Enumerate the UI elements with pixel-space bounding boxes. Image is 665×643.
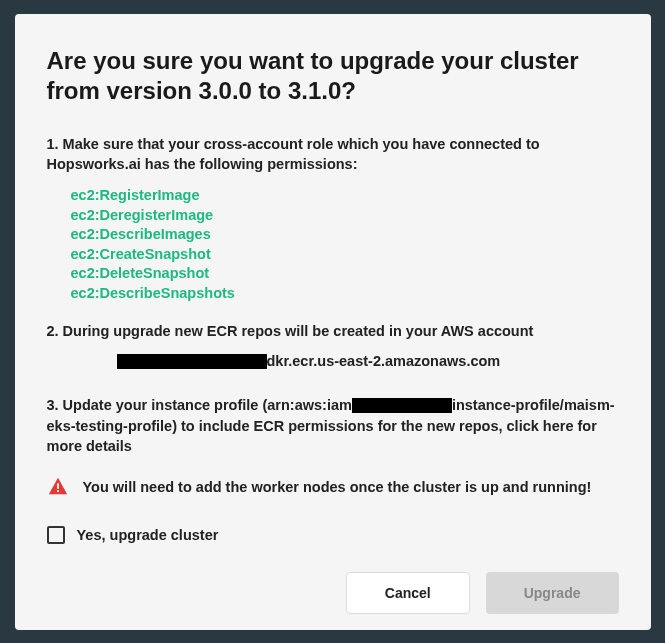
button-row: Cancel Upgrade [47, 572, 619, 614]
step-1-text: 1. Make sure that your cross-account rol… [47, 134, 619, 175]
step-3-part-a: 3. Update your instance profile (arn:aws… [47, 397, 352, 413]
redacted-account-id [117, 354, 267, 369]
permission-item: ec2:DescribeSnapshots [71, 284, 619, 304]
step-2-text: 2. During upgrade new ECR repos will be … [47, 323, 619, 339]
svg-rect-1 [57, 491, 59, 493]
confirm-checkbox-label: Yes, upgrade cluster [77, 527, 219, 543]
permission-item: ec2:DeregisterImage [71, 206, 619, 226]
permission-item: ec2:DescribeImages [71, 225, 619, 245]
modal-title: Are you sure you want to upgrade your cl… [47, 46, 619, 106]
ecr-domain: dkr.ecr.us-east-2.amazonaws.com [267, 353, 501, 369]
cancel-button[interactable]: Cancel [346, 572, 470, 614]
permission-item: ec2:RegisterImage [71, 186, 619, 206]
step-3-text: 3. Update your instance profile (arn:aws… [47, 395, 619, 456]
redacted-iam-account [352, 398, 452, 413]
permission-item: ec2:DeleteSnapshot [71, 264, 619, 284]
confirm-checkbox[interactable] [47, 526, 65, 544]
warning-row: You will need to add the worker nodes on… [47, 476, 619, 498]
upgrade-button[interactable]: Upgrade [486, 572, 619, 614]
confirm-checkbox-row: Yes, upgrade cluster [47, 526, 619, 544]
permission-item: ec2:CreateSnapshot [71, 245, 619, 265]
svg-rect-0 [57, 484, 59, 490]
warning-text: You will need to add the worker nodes on… [83, 479, 592, 495]
upgrade-confirmation-modal: Are you sure you want to upgrade your cl… [15, 14, 651, 630]
permissions-list: ec2:RegisterImage ec2:DeregisterImage ec… [71, 186, 619, 303]
ecr-repo-line: dkr.ecr.us-east-2.amazonaws.com [117, 353, 619, 369]
warning-icon [47, 476, 69, 498]
